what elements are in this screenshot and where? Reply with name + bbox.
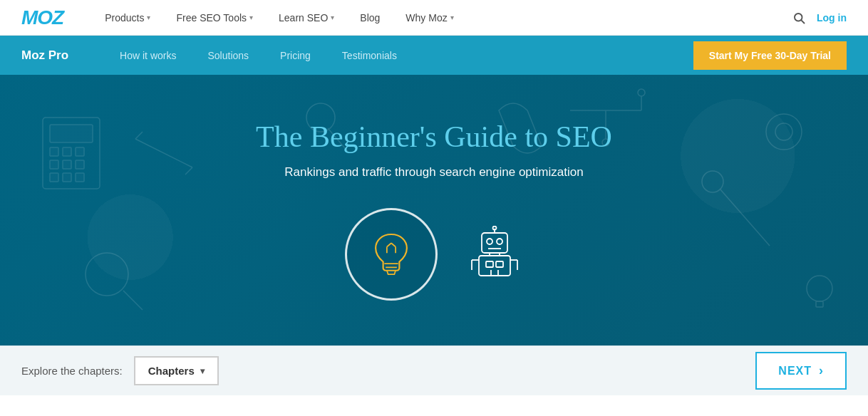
svg-line-21 — [123, 291, 143, 310]
svg-rect-28 — [816, 301, 823, 307]
svg-point-18 — [766, 114, 802, 150]
svg-rect-6 — [76, 147, 84, 156]
sub-nav-testimonials[interactable]: Testimonials — [326, 36, 413, 75]
lightbulb-icon-circle — [345, 208, 438, 301]
start-trial-button[interactable]: Start My Free 30-Day Trial — [693, 41, 847, 70]
svg-line-1 — [801, 20, 804, 23]
nav-products[interactable]: Products ▾ — [92, 0, 163, 36]
sub-navigation: Moz Pro How it works Solutions Pricing T… — [0, 36, 868, 75]
next-button[interactable]: NEXT › — [755, 352, 847, 390]
svg-rect-37 — [482, 233, 507, 253]
svg-line-33 — [391, 243, 396, 246]
svg-point-38 — [487, 239, 492, 244]
svg-rect-50 — [486, 261, 493, 267]
sub-nav-how-it-works[interactable]: How it works — [104, 36, 192, 75]
chevron-down-icon: ▾ — [200, 366, 205, 376]
svg-line-17 — [720, 189, 770, 246]
chevron-down-icon: ▾ — [331, 14, 334, 21]
top-nav-right: Log in — [792, 11, 847, 24]
svg-rect-5 — [63, 147, 71, 156]
nav-free-seo-tools[interactable]: Free SEO Tools ▾ — [163, 0, 266, 36]
moz-logo[interactable]: MOZ — [21, 6, 63, 29]
svg-rect-51 — [496, 261, 503, 267]
svg-point-39 — [497, 239, 502, 244]
chapters-label: Chapters — [148, 365, 195, 377]
sub-nav-brand[interactable]: Moz Pro — [21, 48, 68, 63]
svg-rect-43 — [479, 256, 510, 276]
hero-content: The Beginner's Guide to SEO Rankings and… — [242, 105, 626, 315]
svg-line-32 — [387, 243, 391, 246]
explore-label: Explore the chapters: — [21, 365, 123, 377]
svg-point-27 — [807, 276, 832, 301]
svg-rect-9 — [76, 160, 84, 169]
sub-nav-pricing[interactable]: Pricing — [264, 36, 326, 75]
top-navigation: MOZ Products ▾ Free SEO Tools ▾ Learn SE… — [0, 0, 868, 36]
top-nav-links: Products ▾ Free SEO Tools ▾ Learn SEO ▾ … — [92, 0, 792, 36]
svg-rect-3 — [50, 125, 93, 142]
svg-rect-11 — [63, 173, 71, 182]
hero-icons — [256, 208, 612, 301]
hero-subtitle: Rankings and traffic through search engi… — [256, 165, 612, 180]
svg-rect-12 — [76, 173, 84, 182]
nav-why-moz[interactable]: Why Moz ▾ — [393, 0, 466, 36]
search-button[interactable] — [792, 11, 805, 24]
lightbulb-icon — [366, 229, 416, 279]
robot-icon — [466, 226, 523, 283]
hero-title: The Beginner's Guide to SEO — [256, 120, 612, 154]
nav-blog-label: Blog — [360, 12, 380, 24]
sub-nav-solutions[interactable]: Solutions — [192, 36, 264, 75]
nav-why-moz-label: Why Moz — [405, 12, 447, 24]
nav-learn-seo-label: Learn SEO — [279, 12, 328, 24]
hero-section: The Beginner's Guide to SEO Rankings and… — [0, 75, 868, 345]
chevron-down-icon: ▾ — [147, 14, 150, 21]
sub-nav-links: How it works Solutions Pricing Testimoni… — [104, 36, 413, 75]
next-label: NEXT — [778, 365, 812, 378]
nav-free-seo-tools-label: Free SEO Tools — [176, 12, 247, 24]
svg-point-41 — [492, 227, 496, 230]
svg-rect-8 — [63, 160, 71, 169]
chapters-button[interactable]: Chapters ▾ — [134, 356, 219, 385]
svg-point-20 — [86, 253, 128, 296]
svg-line-15 — [185, 167, 192, 175]
svg-point-19 — [775, 123, 792, 140]
svg-point-26 — [638, 89, 645, 96]
chevron-down-icon: ▾ — [450, 14, 454, 21]
chevron-right-icon: › — [819, 363, 824, 378]
search-icon — [792, 11, 805, 24]
svg-line-14 — [135, 132, 143, 139]
chevron-down-icon: ▾ — [249, 14, 253, 21]
nav-learn-seo[interactable]: Learn SEO ▾ — [266, 0, 347, 36]
login-button[interactable]: Log in — [817, 12, 847, 24]
svg-line-13 — [135, 139, 192, 167]
svg-rect-10 — [50, 173, 58, 182]
svg-rect-4 — [50, 147, 58, 156]
nav-products-label: Products — [105, 12, 144, 24]
nav-blog[interactable]: Blog — [347, 0, 393, 36]
svg-rect-7 — [50, 160, 58, 169]
bottom-bar: Explore the chapters: Chapters ▾ NEXT › — [0, 345, 868, 395]
